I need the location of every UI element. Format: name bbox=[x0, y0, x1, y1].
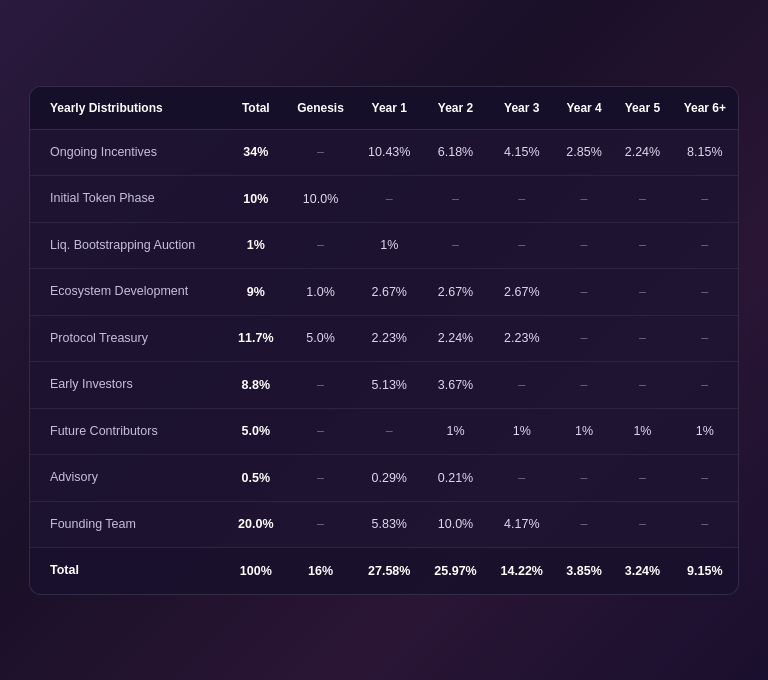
cell-genesis: 1.0% bbox=[285, 269, 356, 316]
dash-indicator: – bbox=[452, 238, 459, 252]
cell-year6: – bbox=[672, 269, 738, 316]
dash-indicator: – bbox=[701, 471, 708, 485]
cell-year6: 9.15% bbox=[672, 548, 738, 594]
cell-year2: – bbox=[422, 176, 488, 223]
cell-total: 9% bbox=[227, 269, 285, 316]
cell-label: Advisory bbox=[30, 455, 227, 502]
table-row: Protocol Treasury11.7%5.0%2.23%2.24%2.23… bbox=[30, 315, 738, 362]
cell-year4: 3.85% bbox=[555, 548, 613, 594]
cell-year1: 1% bbox=[356, 222, 422, 269]
dash-indicator: – bbox=[581, 192, 588, 206]
cell-year6: – bbox=[672, 362, 738, 409]
header-total: Total bbox=[227, 87, 285, 130]
cell-year2: 25.97% bbox=[422, 548, 488, 594]
cell-genesis: 10.0% bbox=[285, 176, 356, 223]
cell-genesis: – bbox=[285, 129, 356, 176]
dash-indicator: – bbox=[639, 285, 646, 299]
cell-year2: 6.18% bbox=[422, 129, 488, 176]
cell-year2: 3.67% bbox=[422, 362, 488, 409]
cell-total: 8.8% bbox=[227, 362, 285, 409]
cell-year6: – bbox=[672, 315, 738, 362]
cell-year3: – bbox=[489, 176, 555, 223]
header-year4: Year 4 bbox=[555, 87, 613, 130]
cell-year1: 5.83% bbox=[356, 501, 422, 548]
dash-indicator: – bbox=[581, 285, 588, 299]
cell-total: 20.0% bbox=[227, 501, 285, 548]
cell-year5: – bbox=[613, 315, 671, 362]
cell-year4: – bbox=[555, 501, 613, 548]
cell-year1: 2.67% bbox=[356, 269, 422, 316]
header-year6: Year 6+ bbox=[672, 87, 738, 130]
cell-label: Ongoing Incentives bbox=[30, 129, 227, 176]
table-row: Future Contributors5.0%––1%1%1%1%1% bbox=[30, 408, 738, 455]
dash-indicator: – bbox=[581, 238, 588, 252]
cell-year3: 2.67% bbox=[489, 269, 555, 316]
cell-year5: – bbox=[613, 176, 671, 223]
dash-indicator: – bbox=[317, 378, 324, 392]
cell-total: 10% bbox=[227, 176, 285, 223]
cell-year3: – bbox=[489, 362, 555, 409]
cell-year4: – bbox=[555, 222, 613, 269]
dash-indicator: – bbox=[639, 517, 646, 531]
cell-genesis: – bbox=[285, 362, 356, 409]
cell-genesis: 16% bbox=[285, 548, 356, 594]
header-genesis: Genesis bbox=[285, 87, 356, 130]
dash-indicator: – bbox=[317, 517, 324, 531]
cell-genesis: 5.0% bbox=[285, 315, 356, 362]
table-row: Advisory0.5%–0.29%0.21%–––– bbox=[30, 455, 738, 502]
table-row: Initial Token Phase10%10.0%–––––– bbox=[30, 176, 738, 223]
cell-year6: – bbox=[672, 222, 738, 269]
cell-year6: 1% bbox=[672, 408, 738, 455]
cell-total: 34% bbox=[227, 129, 285, 176]
header-yearly-distributions: Yearly Distributions bbox=[30, 87, 227, 130]
dash-indicator: – bbox=[317, 424, 324, 438]
cell-year3: – bbox=[489, 222, 555, 269]
cell-year6: – bbox=[672, 455, 738, 502]
cell-year4: 1% bbox=[555, 408, 613, 455]
cell-year3: 4.15% bbox=[489, 129, 555, 176]
cell-year4: – bbox=[555, 455, 613, 502]
dash-indicator: – bbox=[581, 378, 588, 392]
cell-year1: 27.58% bbox=[356, 548, 422, 594]
cell-total: 11.7% bbox=[227, 315, 285, 362]
cell-label: Future Contributors bbox=[30, 408, 227, 455]
cell-year2: 2.24% bbox=[422, 315, 488, 362]
table-row: Early Investors8.8%–5.13%3.67%–––– bbox=[30, 362, 738, 409]
cell-label: Protocol Treasury bbox=[30, 315, 227, 362]
dash-indicator: – bbox=[452, 192, 459, 206]
cell-year1: – bbox=[356, 176, 422, 223]
cell-label: Liq. Bootstrapping Auction bbox=[30, 222, 227, 269]
cell-year5: – bbox=[613, 362, 671, 409]
dash-indicator: – bbox=[701, 378, 708, 392]
dash-indicator: – bbox=[386, 424, 393, 438]
table-row: Liq. Bootstrapping Auction1%–1%––––– bbox=[30, 222, 738, 269]
cell-total: 5.0% bbox=[227, 408, 285, 455]
cell-year2: 2.67% bbox=[422, 269, 488, 316]
cell-label: Initial Token Phase bbox=[30, 176, 227, 223]
header-year2: Year 2 bbox=[422, 87, 488, 130]
cell-year4: – bbox=[555, 269, 613, 316]
dash-indicator: – bbox=[317, 471, 324, 485]
dash-indicator: – bbox=[317, 238, 324, 252]
header-year1: Year 1 bbox=[356, 87, 422, 130]
cell-year6: 8.15% bbox=[672, 129, 738, 176]
cell-year3: 2.23% bbox=[489, 315, 555, 362]
cell-total: 1% bbox=[227, 222, 285, 269]
cell-total: 100% bbox=[227, 548, 285, 594]
cell-genesis: – bbox=[285, 501, 356, 548]
dash-indicator: – bbox=[639, 238, 646, 252]
cell-year1: – bbox=[356, 408, 422, 455]
cell-year5: 3.24% bbox=[613, 548, 671, 594]
dash-indicator: – bbox=[701, 238, 708, 252]
cell-year5: – bbox=[613, 455, 671, 502]
cell-year4: – bbox=[555, 362, 613, 409]
cell-year2: 1% bbox=[422, 408, 488, 455]
cell-year2: – bbox=[422, 222, 488, 269]
cell-label: Early Investors bbox=[30, 362, 227, 409]
cell-year3: 14.22% bbox=[489, 548, 555, 594]
header-year3: Year 3 bbox=[489, 87, 555, 130]
cell-year5: – bbox=[613, 222, 671, 269]
cell-year2: 0.21% bbox=[422, 455, 488, 502]
cell-genesis: – bbox=[285, 408, 356, 455]
dash-indicator: – bbox=[518, 192, 525, 206]
